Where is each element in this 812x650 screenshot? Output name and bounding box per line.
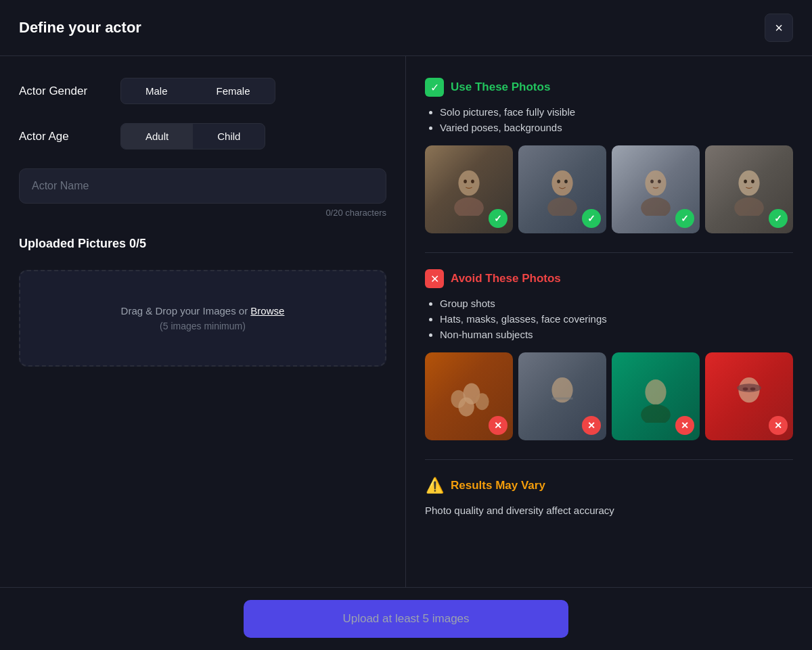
gender-label: Actor Gender (19, 85, 107, 98)
modal-footer: Upload at least 5 images (0, 587, 812, 650)
age-toggle-group: Adult Child (120, 123, 265, 149)
left-panel: Actor Gender Male Female Actor Age Adult… (0, 56, 406, 587)
browse-link[interactable]: Browse (250, 305, 284, 317)
use-photo-3: ✓ (612, 145, 700, 233)
use-photo-2-badge: ✓ (582, 209, 601, 228)
avoid-photos-bullets: Group shots Hats, masks, glasses, face c… (425, 298, 793, 340)
svg-point-9 (641, 198, 671, 216)
close-button[interactable]: × (765, 14, 793, 42)
svg-point-26 (743, 388, 748, 391)
avoid-bullet-1: Group shots (440, 298, 793, 309)
avoid-photos-grid: ✕ ✕ (425, 352, 793, 440)
svg-point-10 (650, 180, 654, 183)
avoid-bullet-2: Hats, masks, glasses, face coverings (440, 313, 793, 325)
use-photos-bullets: Solo pictures, face fully visible Varied… (425, 106, 793, 133)
actor-name-input[interactable] (19, 168, 386, 204)
svg-point-13 (734, 198, 764, 216)
svg-point-4 (551, 170, 572, 195)
svg-point-3 (471, 180, 474, 183)
submit-button[interactable]: Upload at least 5 images (244, 600, 568, 638)
gender-row: Actor Gender Male Female (19, 78, 386, 104)
actor-name-wrapper: 0/20 characters (19, 168, 386, 218)
avoid-photo-4: ✕ (705, 352, 793, 440)
svg-point-2 (464, 180, 467, 183)
svg-point-23 (641, 404, 671, 423)
modal-container: Define your actor × Actor Gender Male Fe… (0, 0, 812, 650)
avoid-photo-1: ✕ (425, 352, 513, 440)
divider-1 (425, 252, 793, 253)
svg-rect-21 (551, 398, 572, 400)
use-bullet-1: Solo pictures, face fully visible (440, 106, 793, 118)
upload-dropzone[interactable]: Drag & Drop your Images or Browse (5 ima… (19, 270, 386, 367)
use-photos-grid: ✓ ✓ (425, 145, 793, 233)
avoid-photo-1-badge: ✕ (489, 416, 508, 435)
use-check-icon: ✓ (425, 78, 444, 97)
results-header: ⚠️ Results May Vary (425, 476, 793, 495)
use-photo-3-badge: ✓ (675, 209, 694, 228)
avoid-photo-3: ✕ (612, 352, 700, 440)
gender-toggle-group: Male Female (120, 78, 275, 104)
svg-point-19 (458, 398, 474, 417)
age-adult-button[interactable]: Adult (121, 124, 193, 149)
svg-point-25 (737, 384, 761, 392)
svg-point-27 (750, 388, 756, 391)
avoid-bullet-3: Non-human subjects (440, 329, 793, 340)
avoid-photo-4-badge: ✕ (769, 416, 788, 435)
right-panel: ✓ Use These Photos Solo pictures, face f… (406, 56, 812, 587)
avoid-photos-title: Avoid These Photos (451, 272, 561, 285)
svg-point-12 (738, 170, 759, 195)
svg-point-14 (744, 180, 747, 183)
use-photo-1: ✓ (425, 145, 513, 233)
avoid-photos-header: ✕ Avoid These Photos (425, 269, 793, 288)
upload-section: Uploaded Pictures 0/5 (19, 237, 386, 251)
gender-female-button[interactable]: Female (192, 78, 275, 103)
avoid-photo-3-badge: ✕ (675, 416, 694, 435)
svg-point-1 (454, 198, 484, 216)
svg-point-7 (564, 180, 568, 183)
results-description: Photo quality and diversity affect accur… (425, 505, 793, 516)
avoid-photo-2-badge: ✕ (582, 416, 601, 435)
use-photo-4-badge: ✓ (769, 209, 788, 228)
modal-body: Actor Gender Male Female Actor Age Adult… (0, 56, 812, 587)
use-photo-2: ✓ (518, 145, 606, 233)
svg-point-11 (658, 180, 661, 183)
upload-min-text: (5 images minimum) (34, 321, 371, 331)
use-photo-1-badge: ✓ (489, 209, 508, 228)
results-title: Results May Vary (451, 479, 545, 492)
gender-male-button[interactable]: Male (121, 78, 192, 103)
svg-point-5 (547, 198, 577, 216)
svg-point-18 (475, 393, 489, 410)
svg-point-0 (458, 170, 479, 195)
avoid-x-icon: ✕ (425, 269, 444, 288)
modal-title: Define your actor (19, 19, 141, 37)
warning-icon: ⚠️ (425, 476, 444, 495)
modal-header: Define your actor × (0, 0, 812, 56)
upload-title: Uploaded Pictures 0/5 (19, 237, 386, 251)
use-photo-4: ✓ (705, 145, 793, 233)
age-label: Actor Age (19, 130, 107, 143)
age-child-button[interactable]: Child (193, 124, 265, 149)
age-row: Actor Age Adult Child (19, 123, 386, 149)
svg-point-22 (645, 379, 666, 404)
char-count: 0/20 characters (19, 208, 386, 218)
divider-2 (425, 459, 793, 460)
use-photos-header: ✓ Use These Photos (425, 78, 793, 97)
svg-point-15 (751, 180, 754, 183)
svg-point-8 (645, 170, 666, 195)
results-section: ⚠️ Results May Vary Photo quality and di… (425, 476, 793, 516)
avoid-photos-section: ✕ Avoid These Photos Group shots Hats, m… (425, 269, 793, 440)
use-photos-title: Use These Photos (451, 80, 550, 94)
upload-drag-text: Drag & Drop your Images or Browse (34, 305, 371, 317)
svg-point-6 (557, 180, 560, 183)
use-photos-section: ✓ Use These Photos Solo pictures, face f… (425, 78, 793, 233)
avoid-photo-2: ✕ (518, 352, 606, 440)
use-bullet-2: Varied poses, backgrounds (440, 122, 793, 133)
